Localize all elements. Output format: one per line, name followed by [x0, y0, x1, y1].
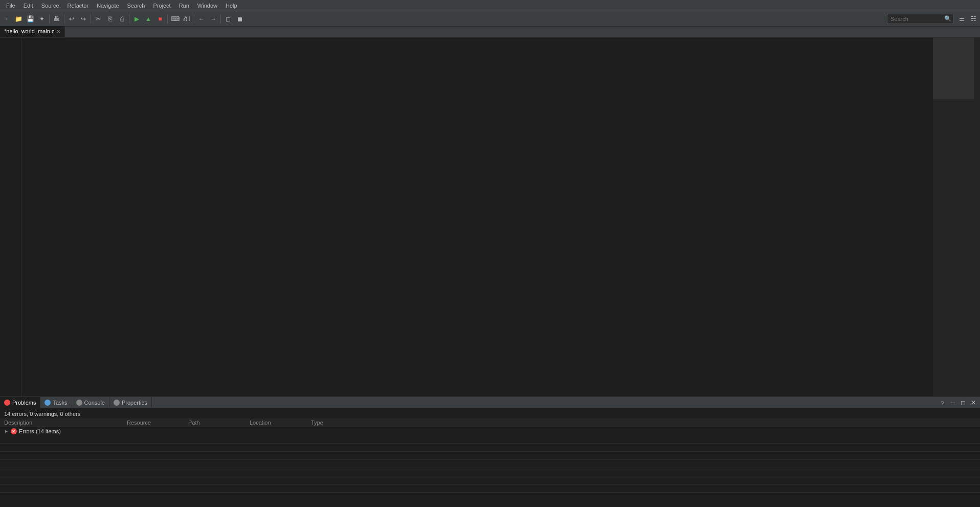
menu-help[interactable]: Help [221, 2, 241, 10]
tab-problems-label: Problems [12, 400, 36, 406]
tab-properties[interactable]: Properties [109, 397, 152, 408]
menu-edit[interactable]: Edit [19, 2, 37, 10]
toolbar-separator-6 [194, 14, 194, 24]
bottom-tab-bar: Problems Tasks Console Properties ▿ ─ ◻ … [0, 397, 980, 408]
col-header-type: Type [307, 420, 368, 426]
problems-content: 14 errors, 0 warnings, 0 others Descript… [0, 408, 980, 496]
view-button[interactable]: ⚌ [956, 13, 967, 25]
minimize-panel-button[interactable]: ─ [948, 398, 957, 407]
save-all-button[interactable]: ✦ [36, 13, 48, 25]
bottom-tab-actions: ▿ ─ ◻ ✕ [938, 398, 980, 407]
toolbar-separator-2 [64, 14, 64, 24]
tab-console[interactable]: Console [72, 397, 109, 408]
col-header-path: Path [184, 420, 246, 426]
tab-tasks[interactable]: Tasks [40, 397, 72, 408]
search-icon: 🔍 [944, 15, 951, 22]
filter-button[interactable]: ▿ [938, 398, 947, 407]
cut-button[interactable]: ✂ [93, 13, 104, 25]
menu-navigate[interactable]: Navigate [93, 2, 123, 10]
errors-group-label: Errors (14 items) [19, 428, 61, 434]
panel-button[interactable]: ☵ [968, 13, 979, 25]
line-gutter [0, 38, 21, 396]
console-icon [76, 400, 82, 406]
code-area[interactable] [21, 38, 933, 396]
problems-summary: 14 errors, 0 warnings, 0 others [0, 409, 980, 418]
errors-group[interactable]: ► ✕ Errors (14 items) [0, 427, 980, 435]
empty-row-6 [0, 476, 980, 484]
tab-properties-label: Properties [122, 400, 147, 406]
menu-project[interactable]: Project [149, 2, 174, 10]
open-file-button[interactable]: 📁 [13, 13, 24, 25]
menu-run[interactable]: Run [175, 2, 193, 10]
expand-errors-icon: ► [4, 429, 9, 434]
bottom-panel: Problems Tasks Console Properties ▿ ─ ◻ … [0, 396, 980, 496]
problems-icon [4, 400, 10, 406]
scroll-markers [974, 38, 980, 396]
run-button[interactable]: ▶ [131, 13, 142, 25]
close-panel-button[interactable]: ✕ [969, 398, 978, 407]
new-file-button[interactable]: ◦ [1, 13, 12, 25]
menu-window[interactable]: Window [193, 2, 221, 10]
toolbar-separator-3 [91, 14, 91, 24]
debug-button[interactable]: ▲ [143, 13, 154, 25]
properties-icon [114, 400, 120, 406]
problems-table-header: Description Resource Path Location Type [0, 418, 980, 427]
col-header-resource: Resource [123, 420, 184, 426]
empty-row-7 [0, 484, 980, 493]
empty-row-3 [0, 452, 980, 460]
maximize-panel-button[interactable]: ◻ [959, 398, 968, 407]
menu-source[interactable]: Source [37, 2, 63, 10]
editor-container [0, 38, 980, 396]
redo-button[interactable]: ↪ [78, 13, 89, 25]
clean-button[interactable]: ⛙ [181, 13, 192, 25]
empty-rows-area [0, 435, 980, 493]
empty-row-1 [0, 435, 980, 444]
minimize-button[interactable]: ◼ [234, 13, 246, 25]
toolbar: ◦ 📁 💾 ✦ 🖶 ↩ ↪ ✂ ⎘ ⎙ ▶ ▲ ■ ⌨ ⛙ ← → ◻ ◼ 🔍 … [0, 11, 980, 27]
empty-row-4 [0, 460, 980, 468]
menu-search[interactable]: Search [123, 2, 149, 10]
editor-tab-hello-world[interactable]: *hello_world_main.c ✕ [0, 26, 65, 37]
copy-button[interactable]: ⎘ [104, 13, 116, 25]
toolbar-separator-5 [167, 14, 168, 24]
toolbar-separator-7 [220, 14, 221, 24]
menu-refactor[interactable]: Refactor [63, 2, 93, 10]
build-button[interactable]: ⌨ [169, 13, 181, 25]
save-button[interactable]: 💾 [25, 13, 36, 25]
back-button[interactable]: ← [196, 13, 207, 25]
tasks-icon [44, 400, 51, 406]
minimap [933, 38, 974, 396]
tab-problems[interactable]: Problems [0, 397, 40, 408]
menu-bar: File Edit Source Refactor Navigate Searc… [0, 0, 980, 11]
col-header-location: Location [246, 420, 307, 426]
paste-button[interactable]: ⎙ [116, 13, 127, 25]
print-button[interactable]: 🖶 [51, 13, 62, 25]
toolbar-separator-1 [49, 14, 50, 24]
forward-button[interactable]: → [208, 13, 219, 25]
menu-file[interactable]: File [2, 2, 19, 10]
error-badge-icon: ✕ [11, 428, 17, 434]
undo-button[interactable]: ↩ [66, 13, 77, 25]
maximize-button[interactable]: ◻ [222, 13, 234, 25]
tab-console-label: Console [84, 400, 105, 406]
empty-row-5 [0, 468, 980, 476]
tab-close-button[interactable]: ✕ [56, 29, 60, 34]
tab-bar: *hello_world_main.c ✕ [0, 27, 980, 38]
search-input[interactable] [887, 14, 953, 24]
stop-button[interactable]: ■ [154, 13, 166, 25]
tab-label: *hello_world_main.c [4, 28, 54, 34]
tab-tasks-label: Tasks [53, 400, 67, 406]
col-header-description: Description [0, 420, 123, 426]
empty-row-2 [0, 444, 980, 452]
minimap-viewport [933, 38, 974, 99]
toolbar-search-container: 🔍 [887, 14, 953, 24]
toolbar-separator-4 [129, 14, 129, 24]
